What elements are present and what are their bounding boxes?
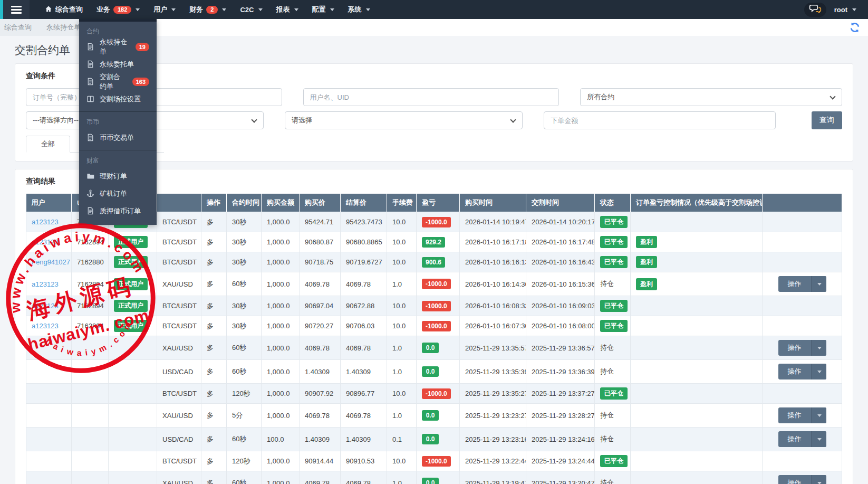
row-action-button[interactable]: 操作 — [778, 407, 826, 423]
sidebar-accent-strip — [0, 0, 3, 19]
user-link[interactable]: a123123 — [32, 322, 59, 330]
table-row: a1231237162894正式用户BTC/USDT多30秒1,000.0907… — [26, 316, 842, 336]
username-uid-input[interactable] — [303, 88, 560, 106]
file-text-icon — [86, 78, 94, 86]
action-button-label[interactable]: 操作 — [778, 276, 811, 292]
table-row: BTC/USDT多120秒1,000.090914.4490910.5310.0… — [26, 451, 842, 471]
menu-item[interactable]: 质押借币订单 — [79, 202, 157, 220]
chevron-down-icon — [251, 117, 257, 122]
pnl-badge: -1000.0 — [422, 279, 451, 289]
pnl-badge: 0.0 — [422, 366, 439, 377]
menu-section-title: 币币 — [79, 112, 157, 129]
pnl-badge: -1000.0 — [422, 301, 451, 311]
nav-item-label: 配置 — [312, 5, 326, 14]
business-dropdown-menu: 合约永续持仓单19永续委托单交割合约单163交割场控设置币币币币交易单财富理财订… — [79, 19, 157, 225]
action-dropdown-toggle[interactable] — [811, 340, 826, 356]
menu-item-label: 永续持仓单 — [100, 37, 130, 56]
pnl-badge: 0.0 — [422, 434, 439, 444]
menu-item-label: 币币交易单 — [100, 133, 134, 143]
column-header: 盈亏 — [417, 194, 460, 212]
column-header: 购买价 — [300, 194, 341, 212]
file-text-icon — [86, 43, 94, 51]
user-link[interactable]: a123123 — [32, 280, 59, 288]
direction-select-value: ---请选择方向--- — [33, 116, 81, 125]
status-badge: 已平仓 — [600, 236, 628, 248]
action-button-label[interactable]: 操作 — [778, 340, 811, 356]
user-link[interactable]: a123123 — [32, 218, 59, 226]
nav-item-label: 用户 — [153, 5, 167, 14]
search-button[interactable]: 查询 — [812, 111, 842, 129]
menu-item[interactable]: 币币交易单 — [79, 129, 157, 146]
nav-item-config[interactable]: 配置 — [305, 0, 341, 19]
status-text: 持仓 — [600, 344, 614, 352]
user-type-badge: 正式用户 — [114, 300, 148, 312]
pnl-control-badge: 盈利 — [636, 256, 657, 268]
chevron-down-icon — [366, 8, 370, 11]
filter-tab-all[interactable]: 全部 — [26, 136, 70, 153]
nav-item-label: 财务 — [189, 5, 203, 14]
row-action-button[interactable]: 操作 — [778, 431, 826, 447]
row-action-button[interactable]: 操作 — [778, 364, 826, 379]
column-header: 合约时间 — [227, 194, 262, 212]
pnl-badge: -1000.0 — [422, 321, 451, 331]
table-row: XAU/USD多5分1,000.04069.784069.781.00.0202… — [26, 404, 842, 428]
navbar-right: root — [804, 3, 868, 17]
chevron-down-icon — [817, 414, 822, 417]
action-button-label[interactable]: 操作 — [778, 364, 811, 379]
user-link[interactable]: Feng941027 — [32, 258, 70, 266]
nav-item-system[interactable]: 系统 — [341, 0, 377, 19]
action-dropdown-toggle[interactable] — [811, 407, 826, 423]
nav-item-summary[interactable]: 综合查询 — [38, 0, 90, 19]
user-link[interactable]: a123123 — [32, 238, 59, 246]
pnl-badge: 0.0 — [422, 410, 439, 421]
nav-item-users[interactable]: 用户 — [147, 0, 182, 19]
action-button-label[interactable]: 操作 — [778, 407, 811, 423]
menu-count-badge: 163 — [132, 78, 149, 86]
action-button-label[interactable]: 操作 — [778, 431, 811, 447]
order-amount-input[interactable] — [544, 111, 775, 129]
action-button-label[interactable]: 操作 — [778, 475, 811, 484]
menu-item[interactable]: 永续持仓单19 — [79, 38, 157, 55]
action-dropdown-toggle[interactable] — [811, 276, 826, 292]
chevron-down-icon — [817, 283, 822, 286]
user-link[interactable]: a123123 — [32, 302, 59, 310]
user-dropdown[interactable]: root — [834, 6, 856, 14]
menu-item[interactable]: 永续委托单 — [79, 55, 157, 73]
hamburger-menu-button[interactable] — [3, 0, 30, 19]
menu-item[interactable]: 交割合约单163 — [79, 73, 157, 90]
nav-item-finance[interactable]: 财务2 — [182, 0, 233, 19]
menu-item-label: 交割合约单 — [100, 72, 127, 91]
pnl-badge: -1000.0 — [422, 217, 451, 227]
nav-count-badge: 2 — [206, 6, 218, 14]
menu-item[interactable]: 交割场控设置 — [79, 90, 157, 108]
row-action-button[interactable]: 操作 — [778, 276, 826, 292]
file-text-icon — [86, 134, 94, 141]
tab-summary[interactable]: 综合查询 — [0, 19, 39, 36]
table-row: a1231237162894正式用户BTC/USDT多30秒1,000.0906… — [26, 232, 842, 252]
refresh-button[interactable] — [849, 22, 861, 33]
action-dropdown-toggle[interactable] — [811, 475, 826, 484]
chevron-down-icon — [817, 482, 822, 484]
navbar-menu: 综合查询业务182用户财务2C2C报表配置系统 — [38, 0, 377, 19]
pnl-badge: 0.0 — [422, 478, 439, 484]
action-dropdown-toggle[interactable] — [811, 364, 826, 379]
status-select[interactable]: 请选择 — [285, 111, 523, 129]
row-action-button[interactable]: 操作 — [778, 340, 826, 356]
column-header: 订单盈亏控制情况（优先级高于交割场控设置） — [631, 194, 763, 212]
contract-select-value: 所有合约 — [587, 92, 614, 102]
status-text: 持仓 — [600, 479, 614, 484]
chat-button[interactable] — [804, 3, 826, 17]
nav-item-business[interactable]: 业务182 — [90, 0, 147, 19]
column-header: 用户 — [26, 194, 72, 212]
table-row: BTC/USDT多120秒1,000.090907.9290896.7710.0… — [26, 384, 842, 404]
menu-item[interactable]: 理财订单 — [79, 167, 157, 185]
menu-divider — [79, 111, 157, 112]
menu-section-title: 财富 — [79, 151, 157, 167]
action-dropdown-toggle[interactable] — [811, 431, 826, 447]
nav-item-c2c[interactable]: C2C — [233, 0, 269, 19]
contract-select[interactable]: 所有合约 — [580, 88, 842, 106]
nav-item-reports[interactable]: 报表 — [269, 0, 305, 19]
pnl-badge: 0.0 — [422, 343, 439, 353]
menu-item[interactable]: 矿机订单 — [79, 185, 157, 202]
row-action-button[interactable]: 操作 — [778, 475, 826, 484]
